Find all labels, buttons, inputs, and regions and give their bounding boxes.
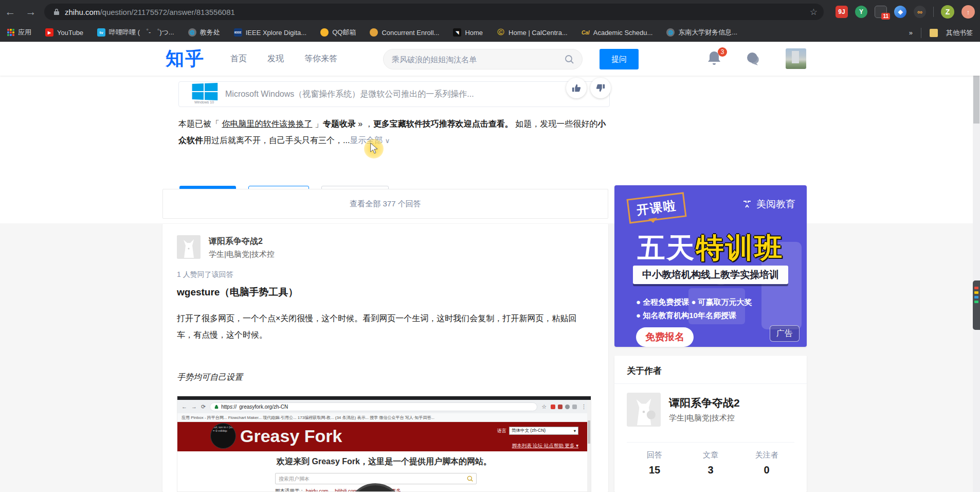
- bookmark-concurrent[interactable]: Concurrent Enroll...: [370, 28, 439, 37]
- address-bar[interactable]: zhihu.com/question/21175572/answer/81355…: [44, 4, 824, 20]
- bookmark-academic[interactable]: CalAcademic Schedu...: [582, 28, 653, 37]
- about-author-avatar[interactable]: [627, 393, 661, 427]
- chrome-update-icon[interactable]: ↑: [961, 5, 975, 19]
- extension-icon-red[interactable]: 9J: [836, 6, 848, 18]
- show-all-link[interactable]: 显示全部: [350, 136, 383, 145]
- bookmark-apps[interactable]: 应用: [7, 28, 31, 37]
- ad-bullet-1: ● 全程免费授课 ● 可赢取万元大奖: [636, 297, 752, 307]
- extension-icon-infinity[interactable]: ∞: [914, 6, 926, 18]
- answer-paragraph: 打开了很多网页，一个个点×关闭很慢，这个时候。看到网页一个生词，这时我们会复制，…: [177, 310, 592, 343]
- extension-icon-gem[interactable]: ◆: [894, 6, 906, 18]
- embed-back-icon: ←: [182, 403, 187, 410]
- greasyfork-logo-icon: nul, ion in r (va = 0 mlHttp: [210, 423, 236, 449]
- browser-profile-avatar[interactable]: Z: [941, 5, 954, 19]
- bookmark-star-icon[interactable]: ☆: [810, 7, 818, 17]
- youtube-icon: ▶: [45, 28, 53, 37]
- topic-upvote-button[interactable]: [566, 78, 587, 98]
- ad-brand: 美阅教育: [742, 198, 795, 211]
- messages-button[interactable]: [746, 51, 762, 67]
- bookmarks-right: » 其他书签: [909, 24, 973, 42]
- embed-extensions: [551, 405, 577, 409]
- ad-tag: 广告: [770, 325, 800, 342]
- embed-reload-icon: ⟳: [201, 403, 206, 410]
- answer-card: 谭阳系争夺战2 学生|电脑党|技术控 1 人赞同了该回答 wgesture（电脑…: [162, 224, 608, 492]
- lock-icon: [53, 8, 60, 15]
- topic-description[interactable]: Microsoft Windows（视窗操作系统）是微软公司推出的一系列操作..…: [225, 89, 474, 100]
- bookmark-ieee[interactable]: IEEEIEEE Xplore Digita...: [234, 28, 307, 37]
- topic-downvote-button[interactable]: [590, 78, 611, 98]
- bookmark-bilibili[interactable]: tv哔哩哔哩 ( ゜- ゜)つ...: [97, 28, 174, 37]
- chevron-down-icon[interactable]: ∨: [385, 137, 390, 145]
- folder-icon: [930, 29, 938, 37]
- extension-icon-green[interactable]: Y: [855, 6, 867, 18]
- calcentral-icon: Ⓒ: [497, 28, 505, 37]
- ad-bubble: 开课啦: [626, 192, 686, 223]
- url-host: zhihu.com: [65, 8, 100, 16]
- toolbar-divider: [933, 7, 934, 17]
- search-box[interactable]: [383, 49, 583, 69]
- notifications-button[interactable]: 3: [706, 50, 724, 68]
- forward-icon[interactable]: →: [21, 6, 41, 18]
- screenshot-root: { "browser": { "url_host": "zhihu.com", …: [0, 0, 980, 492]
- zhihu-logo[interactable]: 知乎: [166, 46, 205, 72]
- concurrent-icon: [370, 28, 378, 37]
- ad-bullet-2: ● 知名教育机构10年名师授课: [636, 311, 736, 321]
- greasyfork-search-box: [275, 473, 477, 484]
- about-author-title: 关于作者: [627, 365, 662, 377]
- ad-cta-button[interactable]: 免费报名: [636, 327, 694, 347]
- view-all-answers[interactable]: 查看全部 377 个回答: [162, 189, 608, 219]
- bookmarks-overflow-chevron[interactable]: »: [909, 29, 913, 37]
- bookmark-home[interactable]: ◥Home: [453, 28, 483, 37]
- zhihu-header: 知乎 首页 发现 等你来答 提问 3: [0, 42, 980, 76]
- user-avatar[interactable]: [786, 48, 806, 69]
- embed-star-icon: ☆: [541, 403, 547, 410]
- embedded-screenshot[interactable]: ← → ⟳ https://greasyfork.org/zh-CN ☆ ⋮ 应…: [177, 396, 591, 492]
- stat-articles[interactable]: 文章 3: [685, 450, 736, 476]
- greasyfork-header: nul, ion in r (va = 0 mlHttp Greasy Fork…: [177, 422, 591, 451]
- scrollbar-thumb[interactable]: [973, 72, 979, 124]
- extension-icon-camera[interactable]: 11: [875, 6, 887, 18]
- greasyfork-title: Greasy Fork: [240, 426, 342, 446]
- search-icon[interactable]: [565, 55, 574, 64]
- thumb-up-icon: [572, 83, 581, 93]
- nav-home[interactable]: 首页: [230, 54, 247, 64]
- bookmark-jiaowuchu[interactable]: 🌐教务处: [188, 28, 220, 37]
- answer-italic-note: 手势均可自己设置: [177, 372, 243, 383]
- nav-discover[interactable]: 发现: [267, 54, 284, 64]
- search-input[interactable]: [392, 55, 565, 64]
- zhihu-page: 知乎 首页 发现 等你来答 提问 3 Windows 10 Microsoft …: [0, 42, 980, 492]
- embed-toolbar: ← → ⟳ https://greasyfork.org/zh-CN ☆ ⋮: [177, 400, 591, 413]
- language-selector: 语言 简体中文 (zh-CN)▾: [497, 427, 578, 435]
- cat-avatar-image: [177, 235, 201, 259]
- nav-waiting[interactable]: 等你来答: [304, 54, 337, 64]
- answer-author-avatar[interactable]: [177, 235, 201, 259]
- notification-badge: 3: [718, 47, 727, 57]
- topic-collection-link[interactable]: 你电脑里的软件该换换了: [222, 119, 312, 128]
- ask-question-button[interactable]: 提问: [600, 49, 639, 69]
- sidebar-ad[interactable]: 开课啦 美阅教育 五天特训班 中小教培机构线上教学实操培训 ● 全程免费授课 ●…: [614, 185, 807, 347]
- bookmark-calcentral[interactable]: ⒸHome | CalCentra...: [497, 28, 568, 37]
- page-scrollbar[interactable]: ▲: [973, 42, 980, 492]
- extension-badge: 11: [881, 13, 890, 20]
- ieee-icon: IEEE: [234, 28, 242, 37]
- stat-answers[interactable]: 回答 15: [629, 450, 680, 476]
- floating-side-widget[interactable]: [973, 280, 980, 330]
- magnifier-icon: [467, 476, 473, 482]
- url-path: /question/21175572/answer/813556081: [100, 8, 234, 16]
- bookmark-qqmail[interactable]: QQ邮箱: [320, 28, 356, 37]
- bookmark-youtube[interactable]: ▶YouTube: [45, 28, 83, 37]
- stat-followers[interactable]: 关注者 0: [741, 450, 792, 476]
- about-author-name[interactable]: 谭阳系争夺战2: [669, 396, 740, 410]
- back-icon[interactable]: ←: [0, 6, 21, 18]
- qqmail-icon: [320, 28, 329, 37]
- answer-author-bio: 学生|电脑党|技术控: [209, 250, 275, 259]
- question-description: 本题已被「 你电脑里的软件该换换了 」专题收录 » ，更多宝藏软件技巧推荐欢迎点…: [178, 116, 610, 149]
- chat-icon: [746, 51, 762, 67]
- other-bookmarks[interactable]: 其他书签: [946, 28, 973, 38]
- ad-subtitle: 中小教培机构线上教学实操培训: [633, 266, 788, 284]
- greasyfork-welcome: 欢迎来到 Greasy Fork，这里是一个提供用户脚本的网站。: [177, 456, 591, 467]
- answer-heading: wgesture（电脑手势工具）: [177, 286, 298, 299]
- bookmark-seu[interactable]: 🌐东南大学财务信息...: [666, 28, 737, 37]
- topic-card[interactable]: Windows 10 Microsoft Windows（视窗操作系统）是微软公…: [178, 81, 610, 107]
- answer-author-name[interactable]: 谭阳系争夺战2: [209, 236, 263, 247]
